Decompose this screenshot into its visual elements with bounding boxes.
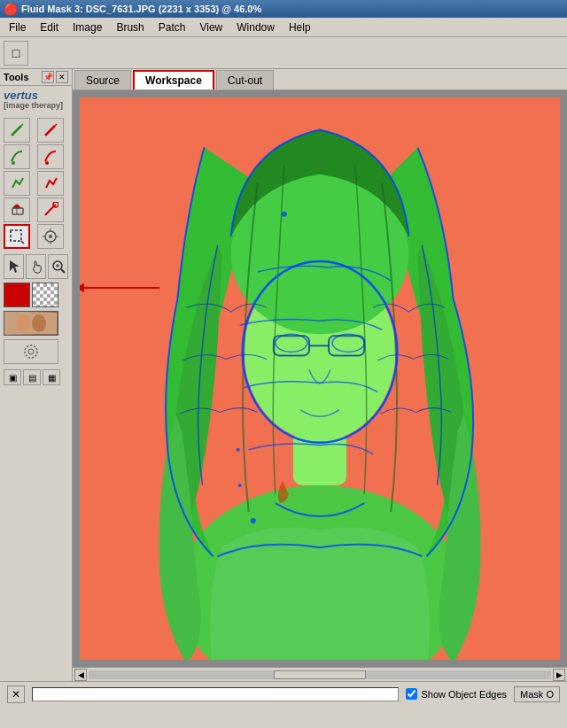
svg-line-13 (61, 269, 65, 273)
content-area: Source Workspace Cut-out (73, 69, 567, 681)
view-split-v-button[interactable]: ▦ (43, 369, 60, 385)
tools-pin-button[interactable]: 📌 (42, 71, 54, 83)
tools-grid (0, 114, 72, 252)
mask-o-button[interactable]: Mask O (514, 686, 560, 702)
sample-photo-swatch[interactable] (4, 311, 58, 336)
svg-point-17 (16, 314, 30, 332)
vertus-name: vertus (4, 89, 68, 102)
tool-select-rect[interactable] (4, 224, 30, 249)
svg-point-29 (282, 212, 287, 217)
tabs: Source Workspace Cut-out (73, 69, 567, 90)
tool-brush-keep[interactable] (4, 118, 30, 143)
menu-patch[interactable]: Patch (151, 19, 193, 35)
svg-rect-2 (12, 208, 23, 214)
svg-point-1 (45, 161, 49, 165)
menu-view[interactable]: View (192, 19, 229, 35)
menu-edit[interactable]: Edit (33, 19, 66, 35)
scroll-left-button[interactable]: ◀ (74, 669, 87, 681)
tool-target[interactable] (37, 224, 64, 249)
scroll-track[interactable] (89, 670, 551, 679)
background-color-swatch[interactable] (32, 283, 58, 307)
svg-point-30 (237, 448, 240, 452)
svg-point-20 (28, 349, 34, 354)
artwork (80, 97, 560, 660)
toolbar-new-button[interactable]: □ (4, 41, 28, 66)
tool-arrow[interactable] (4, 254, 24, 279)
tool-brush-keep2[interactable] (4, 144, 30, 169)
titlebar: 🔴 Fluid Mask 3: DSC_7631.JPG (2231 x 335… (0, 0, 567, 18)
toolbar: □ (0, 37, 567, 69)
menu-file[interactable]: File (2, 19, 33, 35)
svg-marker-37 (80, 283, 84, 292)
tool-eraser[interactable] (4, 197, 30, 222)
menu-help[interactable]: Help (282, 19, 318, 35)
tools-panel: Tools 📌 ✕ vertus [image therapy] (0, 69, 73, 681)
tool-zoom[interactable] (48, 254, 68, 279)
canvas-content (73, 90, 567, 667)
tab-workspace[interactable]: Workspace (133, 70, 214, 89)
menu-brush[interactable]: Brush (109, 19, 151, 35)
menu-image[interactable]: Image (66, 19, 109, 35)
show-object-edges-label: Show Object Edges (421, 689, 507, 700)
svg-point-0 (12, 161, 15, 165)
scroll-thumb[interactable] (274, 670, 366, 679)
title-text: Fluid Mask 3: DSC_7631.JPG (2231 x 3353)… (21, 4, 261, 14)
tab-source[interactable]: Source (74, 70, 131, 89)
arrow-indicator (80, 275, 177, 301)
app-icon: 🔴 (4, 3, 18, 16)
svg-rect-16 (5, 313, 57, 334)
tool-brush-cut2[interactable] (37, 144, 64, 169)
svg-rect-5 (11, 230, 21, 241)
vertus-logo: vertus [image therapy] (0, 86, 72, 114)
tool-smudge[interactable] (37, 197, 64, 222)
artwork-svg (80, 97, 560, 660)
horizontal-scrollbar[interactable]: ◀ ▶ (73, 667, 567, 681)
main-area: Tools 📌 ✕ vertus [image therapy] (0, 69, 567, 681)
tools-label: Tools (4, 72, 29, 82)
tool-brush-cut[interactable] (37, 118, 64, 143)
status-icon-button[interactable]: ✕ (7, 685, 25, 703)
foreground-color-swatch[interactable] (4, 283, 30, 307)
tool-brush-full[interactable] (4, 339, 58, 364)
view-split-h-button[interactable]: ▤ (23, 369, 41, 385)
tab-cutout[interactable]: Cut-out (216, 70, 274, 89)
menubar: File Edit Image Brush Patch View Window … (0, 18, 567, 37)
new-icon: □ (12, 46, 19, 60)
scroll-right-button[interactable]: ▶ (553, 669, 565, 681)
tools-header-icons: 📌 ✕ (42, 71, 68, 83)
svg-point-18 (32, 314, 46, 332)
svg-point-19 (25, 345, 37, 358)
status-progress-bar (32, 687, 399, 701)
tools-close-button[interactable]: ✕ (56, 71, 68, 83)
tool-brush-keep3[interactable] (4, 171, 30, 196)
tools-header: Tools 📌 ✕ (0, 69, 72, 86)
tool-hand[interactable] (26, 254, 46, 279)
canvas-area[interactable] (73, 90, 567, 667)
vertus-sub: [image therapy] (4, 102, 68, 111)
view-single-button[interactable]: ▣ (4, 369, 21, 385)
statusbar: ✕ Show Object Edges Mask O (0, 681, 567, 706)
svg-point-32 (251, 518, 256, 523)
svg-point-7 (49, 235, 52, 238)
show-edges-row: Show Object Edges (406, 688, 507, 700)
show-object-edges-checkbox[interactable] (406, 688, 417, 700)
menu-window[interactable]: Window (229, 19, 282, 35)
svg-point-31 (238, 484, 242, 487)
tool-brush-cut3[interactable] (37, 171, 64, 196)
view-toggle-row: ▣ ▤ ▦ (0, 366, 72, 389)
